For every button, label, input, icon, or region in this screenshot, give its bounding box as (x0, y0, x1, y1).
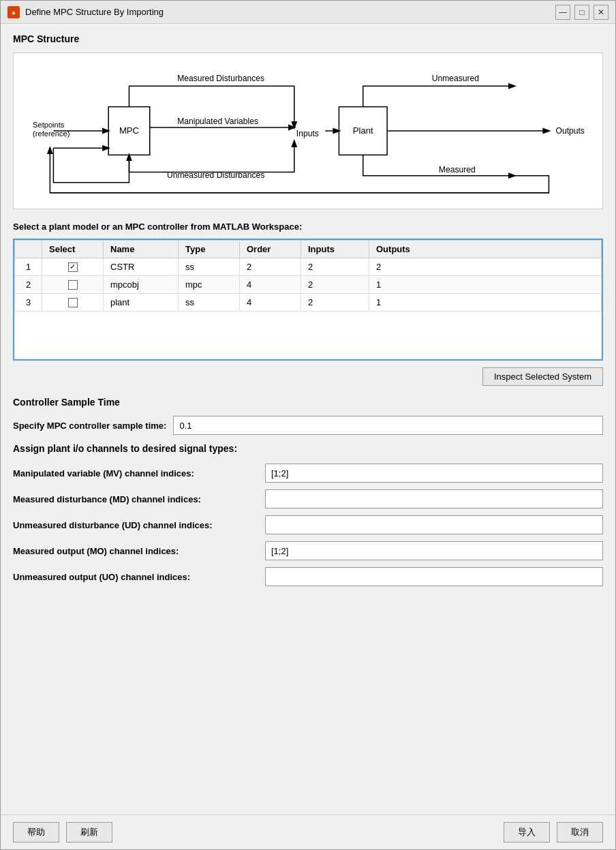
table-header-row: Select Name Type Order Inputs Outputs (15, 241, 602, 258)
col-type: Type (179, 241, 240, 258)
row-order-2: 4 (240, 294, 301, 312)
channel-rows: Manipulated variable (MV) channel indice… (13, 464, 603, 586)
col-order: Order (240, 241, 301, 258)
title-bar: ▲ Define MPC Structure By Importing — □ … (1, 1, 615, 24)
footer-left-buttons: 帮助 刷新 (13, 822, 112, 843)
col-name: Name (104, 241, 179, 258)
channel-label-4: Unmeasured output (UO) channel indices: (13, 572, 265, 582)
help-button[interactable]: 帮助 (13, 822, 59, 843)
close-button[interactable]: ✕ (594, 5, 609, 20)
channel-label-0: Manipulated variable (MV) channel indice… (13, 468, 265, 479)
svg-text:Plant: Plant (353, 125, 373, 136)
mpc-structure-title: MPC Structure (13, 33, 603, 44)
row-inputs-1: 2 (301, 276, 369, 294)
row-name-1: mpcobj (104, 276, 179, 294)
row-order-0: 2 (240, 258, 301, 276)
row-select-2[interactable] (42, 294, 104, 312)
window-controls: — □ ✕ (555, 5, 609, 20)
row-select-1[interactable] (42, 276, 104, 294)
svg-text:Inputs: Inputs (296, 129, 319, 138)
cancel-button[interactable]: 取消 (557, 822, 603, 843)
sample-time-row: Specify MPC controller sample time: (13, 416, 603, 435)
col-select: Select (42, 241, 104, 258)
channel-input-4[interactable] (265, 567, 603, 586)
table-row: 1 CSTR ss 2 2 2 (15, 258, 602, 276)
import-button[interactable]: 导入 (504, 822, 550, 843)
col-inputs: Inputs (301, 241, 369, 258)
inspect-selected-system-button[interactable]: Inspect Selected System (482, 367, 603, 386)
table-row: 2 mpcobj mpc 4 2 1 (15, 276, 602, 294)
svg-text:Unmeasured Disturbances: Unmeasured Disturbances (167, 170, 264, 180)
col-index (15, 241, 42, 258)
row-index-2: 3 (15, 294, 42, 312)
row-inputs-2: 2 (301, 294, 369, 312)
mpc-diagram: MPC Setpoints (reference) Measured Distu… (13, 52, 603, 209)
svg-text:(reference): (reference) (33, 130, 70, 138)
channel-label-3: Measured output (MO) channel indices: (13, 546, 265, 556)
select-checkbox-0[interactable] (68, 262, 78, 272)
channel-label-1: Measured disturbance (MD) channel indice… (13, 494, 265, 504)
channel-label-2: Unmeasured disturbance (UD) channel indi… (13, 520, 265, 530)
row-type-1: mpc (179, 276, 240, 294)
window-title: Define MPC Structure By Importing (25, 7, 550, 17)
channel-input-2[interactable] (265, 515, 603, 534)
row-name-0: CSTR (104, 258, 179, 276)
sample-time-label: Specify MPC controller sample time: (13, 421, 166, 431)
svg-text:Measured: Measured (439, 165, 476, 174)
assign-channels-label: Assign plant i/o channels to desired sig… (13, 443, 603, 454)
table-row: 3 plant ss 4 2 1 (15, 294, 602, 312)
workspace-table: Select Name Type Order Inputs Outputs 1 … (14, 240, 602, 312)
row-select-0[interactable] (42, 258, 104, 276)
select-checkbox-2[interactable] (68, 298, 78, 307)
row-outputs-0: 2 (369, 258, 602, 276)
diagram-svg: MPC Setpoints (reference) Measured Distu… (26, 65, 590, 196)
row-outputs-1: 1 (369, 276, 602, 294)
svg-text:Outputs: Outputs (556, 126, 585, 136)
channel-input-3[interactable] (265, 541, 603, 560)
matlab-icon: ▲ (7, 6, 20, 18)
sample-time-input[interactable] (173, 416, 603, 435)
select-checkbox-1[interactable] (68, 280, 78, 290)
col-outputs: Outputs (369, 241, 602, 258)
select-model-label: Select a plant model or an MPC controlle… (13, 222, 603, 232)
minimize-button[interactable]: — (555, 5, 570, 20)
row-index-1: 2 (15, 276, 42, 294)
main-content: MPC Structure MPC Setpoints (reference) … (1, 24, 615, 815)
table-empty-area (14, 312, 602, 359)
channel-row-1: Measured disturbance (MD) channel indice… (13, 489, 603, 509)
row-index-0: 1 (15, 258, 42, 276)
svg-text:MPC: MPC (119, 125, 139, 136)
row-inputs-0: 2 (301, 258, 369, 276)
row-outputs-2: 1 (369, 294, 602, 312)
footer-right-buttons: 导入 取消 (504, 822, 603, 843)
channel-input-0[interactable] (265, 464, 603, 483)
row-name-2: plant (104, 294, 179, 312)
table-body: 1 CSTR ss 2 2 2 2 mpcobj mpc 4 2 1 3 pla… (15, 258, 602, 312)
maximize-button[interactable]: □ (574, 5, 589, 20)
channel-row-4: Unmeasured output (UO) channel indices: (13, 567, 603, 586)
inspect-btn-row: Inspect Selected System (13, 367, 603, 386)
refresh-button[interactable]: 刷新 (66, 822, 112, 843)
row-type-2: ss (179, 294, 240, 312)
row-type-0: ss (179, 258, 240, 276)
main-window: ▲ Define MPC Structure By Importing — □ … (0, 0, 616, 850)
row-order-1: 4 (240, 276, 301, 294)
channel-row-0: Manipulated variable (MV) channel indice… (13, 464, 603, 483)
channel-row-3: Measured output (MO) channel indices: (13, 541, 603, 560)
svg-text:Measured Disturbances: Measured Disturbances (177, 74, 264, 83)
channel-row-2: Unmeasured disturbance (UD) channel indi… (13, 515, 603, 534)
footer: 帮助 刷新 导入 取消 (1, 815, 615, 849)
svg-text:Unmeasured: Unmeasured (432, 74, 479, 83)
svg-text:Manipulated Variables: Manipulated Variables (177, 117, 258, 126)
svg-text:Setpoints: Setpoints (33, 121, 65, 129)
controller-sample-time-title: Controller Sample Time (13, 397, 603, 408)
channel-input-1[interactable] (265, 489, 603, 509)
workspace-table-container: Select Name Type Order Inputs Outputs 1 … (13, 239, 603, 361)
